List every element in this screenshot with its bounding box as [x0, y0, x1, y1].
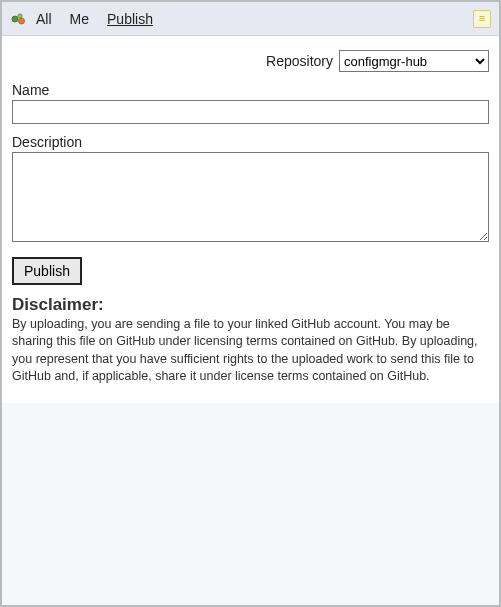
name-label: Name [12, 82, 489, 98]
toolbar: All Me Publish ≡ [2, 2, 499, 36]
description-label: Description [12, 134, 489, 150]
repository-select[interactable]: configmgr-hub [339, 50, 489, 72]
repository-row: Repository configmgr-hub [12, 50, 489, 72]
disclaimer-text: By uploading, you are sending a file to … [12, 316, 489, 385]
tab-bar: All Me Publish [36, 11, 153, 27]
svg-point-1 [18, 13, 22, 17]
repository-label: Repository [266, 53, 333, 69]
publish-button[interactable]: Publish [12, 257, 82, 285]
tab-me[interactable]: Me [70, 11, 89, 27]
tab-publish[interactable]: Publish [107, 11, 153, 27]
disclaimer-heading: Disclaimer: [12, 295, 489, 315]
menu-icon: ≡ [479, 13, 485, 24]
svg-point-2 [19, 18, 25, 24]
description-input[interactable] [12, 152, 489, 242]
tab-all[interactable]: All [36, 11, 52, 27]
community-hub-icon [10, 11, 26, 27]
name-input[interactable] [12, 100, 489, 124]
menu-button[interactable]: ≡ [473, 10, 491, 28]
window-frame: All Me Publish ≡ Repository configmgr-hu… [0, 0, 501, 607]
svg-point-0 [12, 16, 18, 22]
publish-form: Repository configmgr-hub Name Descriptio… [2, 36, 499, 403]
